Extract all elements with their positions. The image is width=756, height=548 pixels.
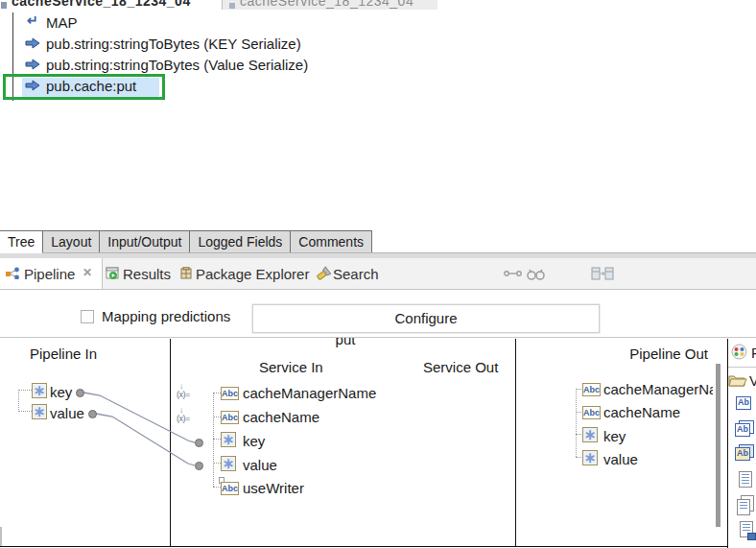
invoke-arrow-icon	[25, 37, 41, 49]
tree-line	[18, 390, 19, 412]
string-table-palette-icon[interactable]: Ab	[735, 447, 750, 461]
flow-step-map[interactable]: ↵ MAP	[25, 12, 313, 32]
string-field-icon: Abc	[221, 482, 239, 495]
string-field-icon: Abc	[582, 406, 601, 419]
tab-pipeline[interactable]: Pipeline ✕	[0, 258, 103, 289]
string-field-icon: Abc	[221, 411, 239, 424]
webmethods-designer-window: cacheService_18_1234_04 cacheService_18_…	[0, 0, 756, 548]
tree-line	[213, 393, 214, 487]
field-name: useWriter	[243, 480, 304, 496]
tab-layout[interactable]: Layout	[42, 230, 100, 253]
document-reference-corner-mark	[747, 533, 756, 540]
tab-label: Search	[333, 266, 379, 282]
tab-label: Logged Fields	[198, 234, 282, 250]
tab-label: Results	[123, 266, 171, 282]
results-view-icon	[106, 267, 120, 280]
flow-step-label: pub.string:stringToBytes (Value Serializ…	[46, 57, 308, 73]
string-palette-icon[interactable]: Ab	[736, 396, 751, 410]
tab-tree[interactable]: Tree	[0, 230, 43, 253]
flow-step-label: pub.string:stringToBytes (KEY Serialize)	[46, 36, 301, 52]
document-list-palette-icon[interactable]	[737, 499, 750, 515]
object-field-icon: ∗	[221, 432, 236, 447]
tab-label: Input/Output	[107, 234, 181, 250]
map-link-icon[interactable]	[504, 269, 523, 278]
tree-line	[18, 390, 32, 391]
string-list-palette-icon[interactable]: Ab	[735, 423, 750, 437]
value-set-indicator[interactable]: ↓ (x)=	[177, 384, 196, 401]
editor-tab-label-clip: cacheService_18_1234_04	[240, 0, 432, 10]
editor-tab-inactive[interactable]: cacheService_18_1234_04	[222, 0, 437, 10]
tree-line	[213, 463, 221, 464]
flow-step-label: MAP	[46, 14, 78, 31]
tab-comments[interactable]: Comments	[290, 230, 372, 253]
tab-label: Pipeline	[24, 266, 75, 282]
editor-tab-label: cacheService_18_1234_04	[12, 0, 191, 9]
mapping-predictions-label: Mapping predictions	[102, 308, 230, 324]
side-panel-folder-fragment: V	[749, 372, 756, 389]
object-field-icon: ∗	[582, 450, 598, 465]
document-palette-icon[interactable]	[739, 471, 752, 488]
open-folder-icon[interactable]	[728, 372, 747, 387]
field-name: value	[243, 457, 277, 473]
pipeline-view-icon	[6, 267, 20, 279]
tab-label: Tree	[8, 234, 35, 250]
map-target-handle[interactable]	[195, 462, 203, 470]
package-explorer-icon	[179, 267, 193, 280]
tab-logged-fields[interactable]: Logged Fields	[189, 230, 291, 253]
field-name: key	[50, 384, 72, 400]
tab-label: Comments	[298, 234, 364, 250]
pipeline-view: Pipeline In put Service In Service Out P…	[0, 337, 756, 548]
tab-label: Layout	[51, 234, 91, 250]
view-tabbar: Pipeline ✕ Results Package Explorer	[0, 258, 756, 290]
object-field-icon: ∗	[32, 383, 47, 398]
side-panel-border	[727, 339, 728, 548]
field-name: cacheManagerName	[243, 385, 376, 401]
editor-tab-active[interactable]: cacheService_18_1234_04	[0, 0, 221, 10]
editor-tab-label-clip: cacheService_18_1234_04	[12, 0, 218, 9]
object-field-icon: ∗	[582, 427, 598, 442]
window-edge	[0, 527, 2, 546]
search-flashlight-icon	[316, 266, 331, 281]
map-source-handle[interactable]	[76, 389, 84, 397]
field-name: cacheManagerName	[603, 381, 713, 397]
value-set-indicator[interactable]: ↓ (x)=	[177, 408, 196, 425]
object-field-icon: ∗	[221, 456, 236, 471]
field-name: value	[603, 451, 638, 467]
editor-bottom-tabbar: TreeLayoutInput/OutputLogged FieldsComme…	[0, 230, 756, 252]
map-step-icon: ↵	[27, 12, 38, 28]
flow-step-invoke-key-serialize[interactable]: pub.string:stringToBytes (KEY Serialize)	[25, 35, 370, 54]
flow-service-icon	[229, 3, 235, 9]
tree-line	[213, 417, 221, 417]
setval-glyph: (x)=	[177, 415, 190, 423]
palette-dots-icon	[731, 344, 747, 360]
mapping-predictions-checkbox[interactable]	[81, 310, 94, 323]
map-target-handle[interactable]	[195, 439, 203, 447]
field-name: cacheName	[243, 409, 319, 425]
auto-map-table-icon[interactable]	[591, 267, 614, 280]
field-name: key	[603, 428, 626, 444]
object-field-icon: ∗	[32, 404, 47, 419]
map-source-handle[interactable]	[88, 410, 97, 418]
tree-line	[576, 389, 577, 457]
invoke-arrow-icon	[25, 59, 41, 70]
editor-tab-label: cacheService_18_1234_04	[240, 0, 413, 9]
field-name: cacheName	[603, 404, 680, 420]
side-panel-header-fragment: P	[751, 345, 756, 361]
flow-editor-canvas[interactable]: ↵ MAP pub.string:stringToBytes (KEY Seri…	[0, 10, 756, 230]
field-name: value	[50, 405, 84, 421]
find-binoculars-icon[interactable]	[526, 266, 547, 281]
tree-line	[18, 411, 32, 412]
string-field-icon: Abc	[221, 387, 239, 400]
highlight-box	[3, 74, 165, 100]
vertical-scrollbar-thumb[interactable]	[716, 364, 721, 527]
tree-line	[213, 439, 221, 440]
tree-line	[213, 393, 221, 393]
tab-input-output[interactable]: Input/Output	[99, 230, 190, 253]
flow-step-invoke-value-serialize[interactable]: pub.string:stringToBytes (Value Serializ…	[25, 56, 370, 75]
close-icon[interactable]: ✕	[83, 266, 92, 279]
setval-glyph: (x)=	[177, 391, 190, 399]
flow-service-icon	[1, 2, 7, 9]
field-name: key	[243, 433, 265, 449]
configure-button[interactable]: Configure	[252, 304, 600, 333]
options-row: Mapping predictions Configure	[0, 290, 756, 337]
